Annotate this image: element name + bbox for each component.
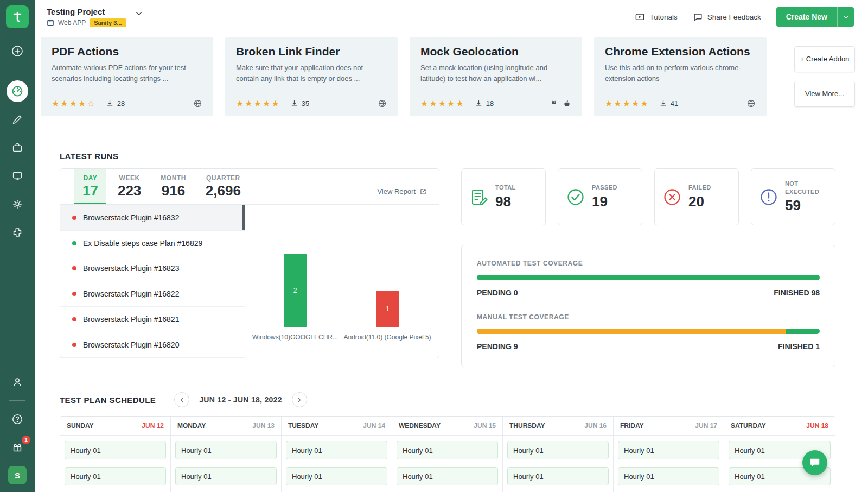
sidebar-item-test-lab[interactable]: [7, 165, 28, 187]
schedule-event[interactable]: Hourly 01: [618, 467, 719, 485]
run-list-item[interactable]: Browserstack Plugin #16832: [60, 205, 245, 231]
passed-check-icon: [566, 187, 585, 207]
chat-icon: [809, 457, 821, 469]
divider: [9, 400, 25, 401]
day-column-friday: FRIDAY JUN 17 Hourly 01 Hourly 01 Hourly…: [614, 417, 724, 492]
project-version-badge[interactable]: Sanity 3...: [90, 18, 126, 27]
web-app-icon: [47, 19, 54, 27]
sidebar-item-addons[interactable]: [7, 222, 28, 243]
schedule-event[interactable]: Hourly 01: [175, 467, 277, 485]
schedule-event[interactable]: Hourly 01: [397, 467, 498, 485]
total-runs-icon: [469, 187, 489, 207]
addon-card-pdf-actions[interactable]: PDF Actions Automate various PDF actions…: [41, 37, 213, 116]
rating-stars: ★★★★★: [605, 98, 649, 109]
globe-icon: [193, 99, 202, 108]
tutorials-button[interactable]: Tutorials: [635, 12, 677, 22]
day-date: JUN 15: [474, 422, 496, 430]
chart-bar-windows[interactable]: 2: [284, 254, 307, 327]
manual-coverage-bar[interactable]: [477, 329, 820, 334]
status-dot: [72, 241, 76, 245]
status-dot: [72, 216, 76, 220]
run-list-item[interactable]: Browserstack Plugin #16820: [60, 332, 245, 358]
next-week-button[interactable]: [292, 392, 307, 407]
puzzle-icon: [11, 226, 23, 238]
addons-row: PDF Actions Automate various PDF actions…: [35, 34, 868, 123]
tab-day[interactable]: DAY 17: [74, 169, 106, 204]
gift-icon: [11, 441, 23, 453]
latest-runs-title: LATEST RUNS: [60, 152, 835, 161]
sidebar-item-settings[interactable]: [7, 193, 28, 215]
previous-week-button[interactable]: [174, 392, 189, 407]
project-switcher-chevron-down-icon[interactable]: [134, 9, 144, 20]
schedule-event[interactable]: Hourly 01: [175, 441, 277, 459]
schedule-event[interactable]: Hourly 01: [286, 441, 387, 459]
create-addon-button[interactable]: + Create Addon: [794, 46, 855, 72]
week-calendar: SUNDAY JUN 12 Hourly 01 Hourly 01 Hourly…: [60, 416, 835, 492]
chat-widget-button[interactable]: [802, 450, 827, 475]
day-name: FRIDAY: [620, 422, 644, 430]
addon-card-chrome-extension-actions[interactable]: Chrome Extension Actions Use this add-on…: [594, 37, 767, 116]
addon-card-mock-geolocation[interactable]: Mock Geolocation Set a mock location (us…: [410, 37, 582, 116]
addon-card-broken-link-finder[interactable]: Broken Link Finder Make sure that your a…: [225, 37, 398, 116]
tab-quarter[interactable]: QUARTER 2,696: [197, 169, 249, 204]
latest-runs-card: DAY 17 WEEK 223 MONTH 916 QUARTER: [60, 168, 439, 358]
create-new-chevron-down-icon[interactable]: [838, 7, 854, 27]
run-list-item[interactable]: Browserstack Plugin #16822: [60, 281, 245, 307]
monitor-icon: [11, 170, 23, 182]
download-count: 35: [302, 99, 309, 108]
app-logo[interactable]: [6, 5, 29, 28]
tab-month[interactable]: MONTH 916: [152, 169, 194, 204]
download-icon: [106, 99, 114, 108]
view-report-link[interactable]: View Report: [377, 187, 427, 195]
apple-icon: [563, 99, 571, 108]
manual-finished: FINISHED 1: [778, 342, 820, 351]
sidebar-item-dashboard[interactable]: [7, 80, 28, 102]
schedule-event[interactable]: Hourly 01: [507, 441, 609, 459]
quick-create-icon[interactable]: [7, 40, 28, 62]
manual-coverage-title: MANUAL TEST COVERAGE: [477, 313, 820, 321]
failed-cross-icon: [662, 187, 682, 207]
whats-new-icon[interactable]: 1: [7, 437, 28, 458]
addon-description: Use this add-on to perform various chrom…: [605, 62, 756, 84]
sidebar-item-edit[interactable]: [7, 109, 28, 130]
run-list-item[interactable]: Browserstack Plugin #16823: [60, 256, 245, 282]
schedule-event[interactable]: Hourly 01: [397, 441, 498, 459]
project-name[interactable]: Testing Project: [47, 7, 126, 16]
user-avatar[interactable]: S: [8, 466, 27, 484]
runs-period-tabs: DAY 17 WEEK 223 MONTH 916 QUARTER: [60, 169, 439, 205]
schedule-event[interactable]: Hourly 01: [65, 467, 166, 485]
chart-bar-android[interactable]: 1: [376, 291, 399, 327]
status-dot: [72, 343, 76, 347]
schedule-event[interactable]: Hourly 01: [65, 441, 166, 459]
schedule-event[interactable]: Hourly 01: [286, 467, 387, 485]
day-date: JUN 17: [695, 422, 717, 430]
status-dot: [72, 266, 76, 270]
run-list-item[interactable]: Ex Disable steps case Plan #16829: [60, 231, 245, 256]
chart-category-label: Android(11.0) (Google Pixel 5): [343, 333, 431, 352]
run-list-item[interactable]: Browserstack Plugin #16821: [60, 307, 245, 332]
automated-coverage-bar[interactable]: [477, 275, 820, 280]
download-count: 41: [671, 99, 678, 108]
create-new-button[interactable]: Create New: [776, 7, 854, 27]
pencil-icon: [11, 113, 23, 125]
day-date: JUN 14: [363, 422, 385, 430]
header: Testing Project Web APP Sanity 3...: [35, 0, 868, 34]
stat-card-total[interactable]: TOTAL 98: [461, 168, 546, 225]
manual-pending: PENDING 9: [477, 342, 518, 351]
tab-week[interactable]: WEEK 223: [110, 169, 149, 204]
download-count: 28: [117, 99, 125, 108]
schedule-event[interactable]: Hourly 01: [507, 467, 609, 485]
runs-bar-chart: 2 Windows(10)GOOGLECHR... 1 Andr: [249, 210, 433, 352]
app-root: 1 S Testing Project Web APP Sanity 3...: [0, 0, 868, 492]
share-feedback-button[interactable]: Share Feedback: [693, 12, 761, 22]
android-icon: [550, 99, 558, 108]
day-name: MONDAY: [177, 422, 206, 430]
schedule-event[interactable]: Hourly 01: [618, 441, 719, 459]
profile-icon[interactable]: [7, 371, 28, 393]
sidebar-item-projects[interactable]: [7, 137, 28, 159]
stat-card-failed[interactable]: FAILED 20: [654, 168, 739, 225]
view-more-addons-button[interactable]: View More...: [794, 81, 855, 107]
stat-card-passed[interactable]: PASSED 19: [558, 168, 642, 225]
help-icon[interactable]: [7, 408, 28, 430]
stat-card-not-executed[interactable]: NOT EXECUTED 59: [751, 168, 835, 225]
